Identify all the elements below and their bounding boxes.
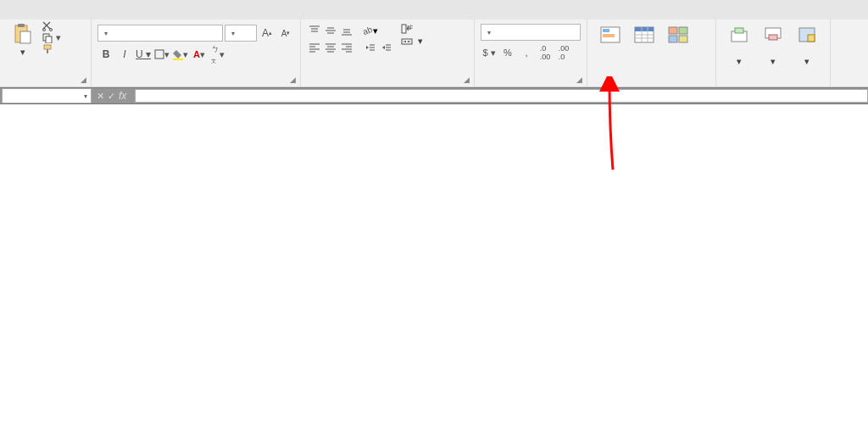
group-clipboard: ▾ ▾ ◢	[0, 20, 92, 87]
paste-button[interactable]: ▾	[6, 21, 40, 59]
svg-rect-9	[155, 50, 164, 59]
align-top-icon[interactable]	[307, 24, 322, 37]
cancel-formula-icon[interactable]: ✕	[97, 91, 104, 102]
svg-point-4	[50, 29, 53, 31]
group-font: ▾ ▾ A▴ A▾ B I U ▾ ▾ ▾ A▾ ㄅ文▾ ◢	[92, 20, 301, 87]
currency-button[interactable]: $ ▾	[481, 45, 498, 60]
svg-rect-56	[735, 28, 743, 33]
insert-cells-button[interactable]: ▾	[722, 21, 756, 68]
align-bottom-icon[interactable]	[339, 24, 354, 37]
number-dialog-launcher[interactable]: ◢	[576, 75, 582, 84]
clipboard-dialog-launcher[interactable]: ◢	[81, 75, 86, 84]
merge-center-button[interactable]: ▾	[401, 36, 423, 47]
svg-rect-2	[20, 31, 31, 43]
font-dialog-launcher[interactable]: ◢	[290, 75, 296, 84]
format-cells-button[interactable]: ▾	[790, 21, 824, 68]
ribbon: ▾ ▾ ◢ ▾ ▾ A▴ A▾ B I U ▾ ▾ ▾	[0, 20, 868, 87]
svg-rect-39	[402, 25, 406, 33]
cell-styles-button[interactable]	[661, 21, 695, 49]
comma-button[interactable]: ,	[518, 45, 535, 60]
group-styles	[587, 20, 716, 87]
svg-rect-41	[402, 39, 412, 44]
svg-rect-58	[769, 35, 777, 40]
align-left-icon[interactable]	[307, 41, 322, 54]
delete-cells-button[interactable]: ▾	[756, 21, 790, 68]
percent-button[interactable]: %	[499, 45, 516, 60]
svg-rect-51	[669, 27, 677, 34]
align-center-icon[interactable]	[323, 41, 338, 54]
number-format-combo[interactable]: ▾	[481, 24, 581, 41]
fx-icon[interactable]: fx	[119, 90, 126, 102]
align-middle-icon[interactable]	[323, 24, 338, 37]
menu-bar	[0, 0, 868, 20]
svg-rect-10	[173, 59, 183, 60]
format-painter-button[interactable]	[42, 44, 61, 54]
decrease-font-icon[interactable]: A▾	[277, 25, 294, 41]
svg-rect-53	[669, 36, 677, 42]
increase-font-icon[interactable]: A▴	[259, 25, 275, 41]
group-cells: ▾ ▾ ▾	[716, 20, 831, 87]
format-as-table-button[interactable]	[627, 21, 661, 49]
conditional-formatting-button[interactable]	[593, 21, 627, 49]
svg-rect-52	[679, 27, 687, 34]
underline-button[interactable]: U ▾	[135, 47, 152, 62]
group-number: ▾ $ ▾ % , .0.00 .00.0 ◢	[475, 20, 587, 87]
decrease-decimal-icon[interactable]: .00.0	[555, 45, 572, 60]
svg-rect-44	[603, 34, 615, 37]
phonetic-button[interactable]: ㄅ文▾	[209, 47, 226, 62]
svg-rect-46	[635, 27, 654, 31]
name-box[interactable]: ▾	[2, 88, 92, 103]
svg-rect-7	[44, 45, 51, 49]
orientation-button[interactable]: ab▾	[363, 24, 378, 37]
wrap-text-button[interactable]: ab	[401, 24, 423, 34]
increase-decimal-icon[interactable]: .0.00	[537, 45, 554, 60]
decrease-indent-icon[interactable]	[363, 41, 378, 54]
svg-rect-43	[603, 29, 609, 32]
border-button[interactable]: ▾	[153, 47, 170, 62]
align-right-icon[interactable]	[339, 41, 354, 54]
svg-rect-6	[46, 36, 52, 43]
svg-point-3	[43, 29, 46, 31]
font-size-combo[interactable]: ▾	[225, 25, 257, 42]
italic-button[interactable]: I	[116, 47, 133, 62]
svg-rect-54	[679, 36, 687, 42]
increase-indent-icon[interactable]	[379, 41, 394, 54]
cut-button[interactable]	[42, 21, 61, 31]
svg-rect-1	[18, 24, 25, 27]
formula-input[interactable]	[135, 89, 868, 103]
font-name-combo[interactable]: ▾	[97, 25, 223, 42]
fill-color-button[interactable]: ▾	[172, 47, 189, 62]
bold-button[interactable]: B	[97, 47, 114, 62]
formula-bar: ▾ ✕ ✓ fx	[0, 87, 868, 104]
svg-rect-60	[808, 35, 815, 42]
alignment-dialog-launcher[interactable]: ◢	[464, 75, 470, 84]
font-color-button[interactable]: A▾	[191, 47, 208, 62]
svg-text:ab: ab	[363, 25, 373, 36]
group-alignment: ab▾ ab ▾ ◢	[301, 20, 475, 87]
copy-button[interactable]: ▾	[42, 32, 61, 43]
enter-formula-icon[interactable]: ✓	[108, 91, 115, 102]
svg-rect-8	[47, 49, 48, 53]
